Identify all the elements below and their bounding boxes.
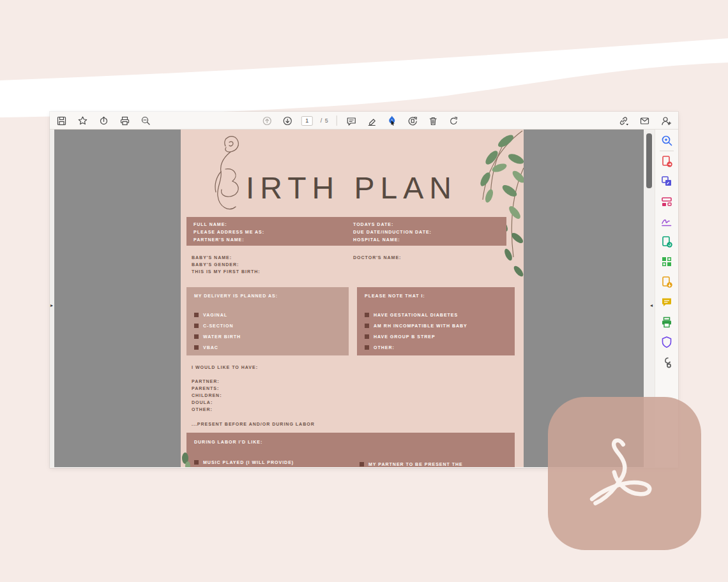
tool-more-tools-button[interactable]	[660, 356, 673, 369]
comment-button[interactable]	[345, 114, 358, 127]
combine-files-icon	[660, 259, 673, 270]
star-icon	[77, 116, 88, 126]
field-label: HOSPITAL NAME:	[353, 236, 432, 244]
organize-pages-icon	[660, 199, 673, 210]
envelope-icon	[639, 116, 650, 126]
field-label: THIS IS MY FIRST BIRTH:	[192, 268, 261, 275]
field-label: BABY'S NAME:	[192, 254, 261, 261]
pdf-page: IRTH PLAN	[181, 130, 524, 467]
page-up-button[interactable]	[261, 114, 273, 127]
more-tools-wrench-icon	[660, 360, 673, 371]
toolbar-right-group	[617, 112, 672, 130]
field-label: DUE DATE/INDUCTION DATE:	[353, 228, 432, 236]
band-title: DURING LABOR I'D LIKE:	[194, 438, 262, 446]
star-button[interactable]	[76, 114, 89, 127]
left-panel-strip	[50, 130, 54, 467]
save-icon	[56, 116, 67, 126]
zoom-out-button[interactable]	[139, 114, 152, 127]
tool-compress-pdf-button[interactable]	[660, 276, 673, 288]
collapse-right-panel-arrow[interactable]: ◂	[650, 303, 653, 308]
add-person-icon	[660, 116, 671, 126]
toolbar-divider	[337, 116, 337, 126]
rotate-button[interactable]	[447, 114, 460, 127]
zoom-out-icon	[140, 116, 151, 126]
search-tool-icon	[660, 138, 673, 149]
checkbox	[365, 313, 369, 317]
field-label: PARTNER'S NAME:	[193, 236, 264, 244]
scrollbar-thumb[interactable]	[646, 133, 652, 188]
checkbox	[194, 324, 199, 328]
info-band-left-column: FULL NAME: PLEASE ADDRESS ME AS: PARTNER…	[193, 221, 264, 244]
fill-sign-pen-icon	[386, 115, 398, 126]
checkbox-label: AM RH INCOMPATIBLE WITH BABY	[374, 324, 467, 328]
print-button[interactable]	[118, 114, 131, 127]
delete-pages-button[interactable]	[427, 114, 439, 127]
tool-protect-button[interactable]	[660, 336, 673, 348]
comment-tool-icon	[660, 299, 673, 310]
acrobat-logo-icon	[583, 432, 666, 515]
note-box: PLEASE NOTE THAT I: HAVE GESTATIONAL DIA…	[357, 287, 515, 355]
expand-left-panel-arrow[interactable]: ▸	[50, 303, 53, 308]
checkbox	[194, 345, 199, 350]
checkbox-label: HAVE GROUP B STREP	[374, 334, 436, 339]
document-title: IRTH PLAN	[246, 170, 457, 205]
rail-divider	[660, 151, 674, 151]
tool-edit-pdf-button[interactable]	[660, 175, 673, 188]
tool-print-production-button[interactable]	[660, 316, 673, 329]
list-item: DOULA:	[192, 399, 222, 406]
would-like-list: PARTNER: PARENTS: CHILDREN: DOULA: OTHER…	[192, 378, 222, 413]
toolbar-center-group: / 5	[261, 112, 460, 130]
scan-ocr-icon	[407, 116, 418, 126]
field-label: BABY'S GENDER:	[192, 261, 261, 268]
export-pdf-icon	[660, 159, 673, 170]
highlight-button[interactable]	[365, 114, 378, 127]
add-person-button[interactable]	[659, 114, 672, 127]
checkbox	[194, 334, 199, 339]
field-label: DOCTOR'S NAME:	[353, 254, 401, 261]
doctor-info-column: DOCTOR'S NAME:	[353, 254, 401, 261]
field-label: TODAYS DATE:	[353, 221, 432, 228]
page-down-button[interactable]	[281, 114, 294, 127]
checkbox	[365, 324, 369, 328]
list-item: PARTNER:	[192, 378, 222, 385]
would-like-title: I WOULD LIKE TO HAVE:	[192, 364, 258, 371]
baby-info-column: BABY'S NAME: BABY'S GENDER: THIS IS MY F…	[192, 254, 261, 275]
protect-shield-icon	[660, 340, 673, 350]
checkbox	[194, 460, 199, 465]
page-total-label: / 5	[321, 117, 329, 124]
share-link-button[interactable]	[617, 114, 630, 127]
during-labor-band: DURING LABOR I'D LIKE: MUSIC PLAYED (I W…	[186, 433, 515, 467]
checkbox	[194, 313, 199, 317]
save-button[interactable]	[55, 114, 68, 127]
tool-organize-pages-button[interactable]	[660, 195, 673, 208]
fill-sign-button[interactable]	[386, 114, 398, 127]
tool-fill-sign-button[interactable]	[660, 215, 673, 228]
checkbox	[365, 345, 369, 350]
checkbox-label: HAVE GESTATIONAL DIABETES	[374, 313, 458, 317]
page-up-icon	[261, 116, 272, 126]
viewer-toolbar: / 5	[50, 112, 678, 130]
desktop-canvas: { "toolbar": { "page_current": "1", "pag…	[0, 0, 728, 582]
checkbox-label: OTHER:	[374, 345, 395, 350]
email-button[interactable]	[638, 114, 651, 127]
highlighter-icon	[366, 116, 377, 126]
tool-convert-pdf-button[interactable]	[660, 235, 673, 248]
comment-icon	[345, 116, 356, 126]
page-number-input[interactable]	[301, 116, 313, 126]
checkbox-label: VBAC	[203, 345, 218, 350]
checkbox-label: C-SECTION	[203, 324, 234, 328]
tool-comment-button[interactable]	[660, 295, 673, 308]
tool-combine-files-button[interactable]	[660, 255, 673, 268]
trash-icon	[427, 116, 438, 126]
delivery-box: MY DELIVERY IS PLANNED AS: VAGINAL C-SEC…	[186, 287, 349, 355]
checkbox-label: MY PARTNER TO BE PRESENT THE	[368, 462, 463, 466]
box-title: MY DELIVERY IS PLANNED AS:	[194, 292, 278, 300]
info-band: FULL NAME: PLEASE ADDRESS ME AS: PARTNER…	[186, 217, 506, 246]
fill-sign-tool-icon	[660, 219, 673, 230]
scan-ocr-button[interactable]	[406, 114, 419, 127]
list-item: OTHER:	[192, 406, 222, 413]
link-icon	[618, 116, 629, 126]
tool-search-button[interactable]	[660, 134, 673, 147]
upload-button[interactable]	[97, 114, 110, 127]
tool-export-pdf-button[interactable]	[660, 155, 673, 168]
